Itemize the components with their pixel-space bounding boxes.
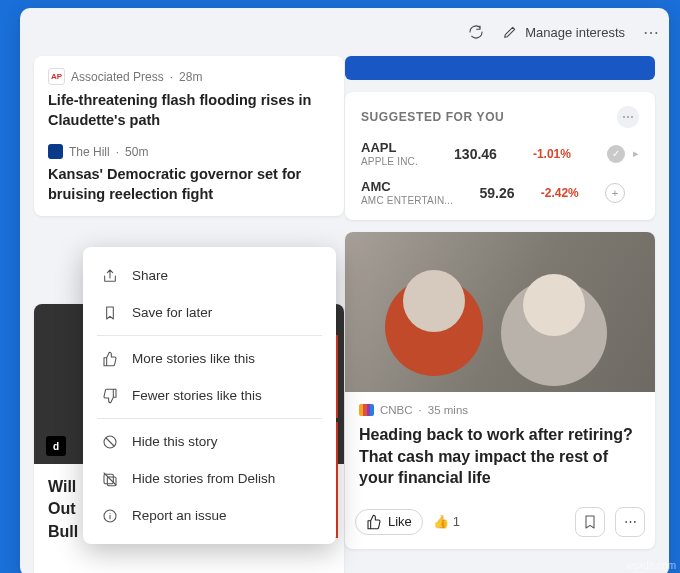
more-icon[interactable]: ⋯ xyxy=(643,24,659,40)
story-image xyxy=(345,232,655,392)
pencil-icon xyxy=(502,24,518,40)
headline: Kansas' Democratic governor set for brui… xyxy=(48,165,330,204)
watermark: wsxdn.com xyxy=(626,560,676,571)
reaction-count[interactable]: 👍 1 xyxy=(433,514,460,529)
news-item[interactable]: AP Associated Press · 28m Life-threateni… xyxy=(48,68,330,130)
check-icon[interactable]: ✓ xyxy=(607,145,625,163)
bookmark-button[interactable] xyxy=(575,507,605,537)
ticker-price: 59.26 xyxy=(480,185,515,201)
hide-source-icon xyxy=(101,470,118,487)
chevron-right-icon: ▸ xyxy=(633,147,639,160)
manage-interests-button[interactable]: Manage interests xyxy=(502,24,625,40)
menu-share[interactable]: Share xyxy=(83,257,336,294)
manage-interests-label: Manage interests xyxy=(525,25,625,40)
ticker-row[interactable]: AMC AMC ENTERTAIN... 59.26 -2.42% + ▸ xyxy=(361,179,639,206)
source-logo-ap: AP xyxy=(48,68,65,85)
source-logo-cnbc xyxy=(359,404,374,416)
thumbs-down-icon xyxy=(101,387,118,404)
timestamp: 28m xyxy=(179,70,202,84)
ticker-change: -2.42% xyxy=(541,186,579,200)
menu-report-issue[interactable]: Report an issue xyxy=(83,497,336,534)
news-list-card: AP Associated Press · 28m Life-threateni… xyxy=(34,56,344,216)
timestamp: 50m xyxy=(125,145,148,159)
menu-hide-story[interactable]: Hide this story xyxy=(83,423,336,460)
widget-topbar: Manage interests ⋯ xyxy=(20,8,669,56)
source-name: Associated Press xyxy=(71,70,164,84)
block-icon xyxy=(101,433,118,450)
menu-hide-source[interactable]: Hide stories from Delish xyxy=(83,460,336,497)
ticker-row[interactable]: AAPL APPLE INC. 130.46 -1.01% ✓ ▸ xyxy=(361,140,639,167)
suggested-title: SUGGESTED FOR YOU xyxy=(361,110,504,124)
svg-rect-1 xyxy=(104,474,113,483)
menu-fewer-like-this[interactable]: Fewer stories like this xyxy=(83,377,336,414)
ticker-company: APPLE INC. xyxy=(361,156,418,167)
headline: Heading back to work after retiring? Tha… xyxy=(359,424,641,489)
share-icon xyxy=(101,267,118,284)
ticker-change: -1.01% xyxy=(533,147,571,161)
ticker-symbol: AMC xyxy=(361,179,453,194)
source-logo-delish: d xyxy=(46,436,66,456)
story-context-menu: Share Save for later More stories like t… xyxy=(83,247,336,544)
refresh-icon[interactable] xyxy=(468,24,484,40)
ticker-symbol: AAPL xyxy=(361,140,418,155)
like-button[interactable]: Like xyxy=(355,509,423,535)
source-name: The Hill xyxy=(69,145,110,159)
info-icon xyxy=(101,507,118,524)
news-item[interactable]: The Hill · 50m Kansas' Democratic govern… xyxy=(48,144,330,204)
bookmark-icon xyxy=(101,304,118,321)
add-icon[interactable]: + xyxy=(605,183,625,203)
weather-strip[interactable] xyxy=(345,56,655,80)
card-more-button[interactable]: ⋯ xyxy=(615,507,645,537)
menu-more-like-this[interactable]: More stories like this xyxy=(83,340,336,377)
ticker-company: AMC ENTERTAIN... xyxy=(361,195,453,206)
source-name: CNBC xyxy=(380,404,413,416)
source-logo-hill xyxy=(48,144,63,159)
timestamp: 35 mins xyxy=(428,404,468,416)
suggested-for-you-card: SUGGESTED FOR YOU ⋯ AAPL APPLE INC. 130.… xyxy=(345,92,655,220)
suggested-more-icon[interactable]: ⋯ xyxy=(617,106,639,128)
menu-save-for-later[interactable]: Save for later xyxy=(83,294,336,331)
headline: Life-threatening flash flooding rises in… xyxy=(48,91,330,130)
ticker-price: 130.46 xyxy=(454,146,497,162)
story-card-right[interactable]: CNBC · 35 mins Heading back to work afte… xyxy=(345,232,655,549)
thumbs-up-icon xyxy=(101,350,118,367)
